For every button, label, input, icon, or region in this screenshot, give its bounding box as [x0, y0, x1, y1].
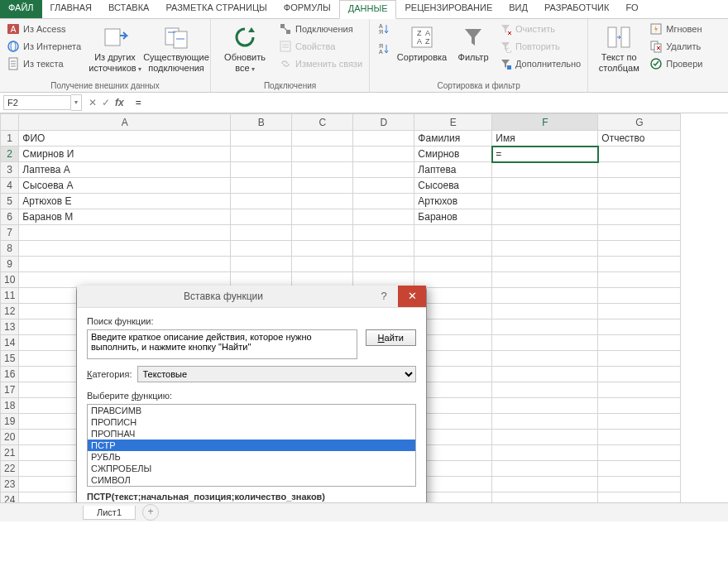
cell-F10[interactable] [492, 272, 598, 288]
cell-E1[interactable]: Фамилия [414, 131, 492, 147]
cell-G17[interactable] [598, 382, 681, 398]
from-web-button[interactable]: Из Интернета [5, 38, 83, 55]
cell-F6[interactable] [492, 209, 598, 225]
cell-F20[interactable] [492, 430, 598, 445]
cell-A5[interactable]: Артюхов E [19, 194, 231, 209]
cell-C2[interactable] [292, 147, 353, 162]
cell-B2[interactable] [231, 147, 292, 162]
data-validation-button[interactable]: Провери [648, 55, 704, 72]
cell-C4[interactable] [292, 178, 353, 194]
find-button[interactable]: Найти [366, 329, 416, 346]
col-header-A[interactable]: A [19, 114, 231, 131]
cell-F18[interactable] [492, 398, 598, 414]
cell-E4[interactable]: Сысоева [414, 178, 492, 194]
tab-overflow[interactable]: Fo [617, 0, 646, 18]
cell-G4[interactable] [598, 178, 681, 194]
cell-G10[interactable] [598, 272, 681, 288]
cell-A8[interactable] [19, 241, 231, 257]
cell-B4[interactable] [231, 178, 292, 194]
row-header-1[interactable]: 1 [1, 131, 19, 147]
help-button[interactable]: ? [370, 286, 398, 307]
row-header-21[interactable]: 21 [1, 445, 19, 461]
cell-F15[interactable] [492, 351, 598, 367]
function-list[interactable]: ПРАВСИМВПРОПИСНПРОПНАЧПСТРРУБЛЬСЖПРОБЕЛЫ… [87, 404, 416, 487]
cell-G9[interactable] [598, 257, 681, 272]
filter-button[interactable]: Фильтр [453, 21, 494, 63]
row-header-7[interactable]: 7 [1, 225, 19, 241]
category-select[interactable]: Текстовые [137, 366, 417, 382]
properties-button[interactable]: Свойства [277, 38, 364, 55]
cell-F24[interactable] [492, 492, 598, 503]
cell-F21[interactable] [492, 445, 598, 461]
cell-D4[interactable] [353, 178, 414, 194]
row-header-24[interactable]: 24 [1, 492, 19, 503]
cell-F17[interactable] [492, 382, 598, 398]
cell-F19[interactable] [492, 414, 598, 430]
tab-developer[interactable]: РАЗРАБОТЧИК [536, 0, 617, 18]
cell-C7[interactable] [292, 225, 353, 241]
cell-F7[interactable] [492, 225, 598, 241]
cell-G21[interactable] [598, 445, 681, 461]
cancel-formula-button[interactable]: ✕ [89, 97, 97, 108]
row-header-19[interactable]: 19 [1, 414, 19, 430]
cell-F5[interactable] [492, 194, 598, 209]
col-header-G[interactable]: G [598, 114, 681, 131]
function-item[interactable]: СЖПРОБЕЛЫ [88, 463, 415, 474]
cell-F13[interactable] [492, 319, 598, 335]
cell-G24[interactable] [598, 492, 681, 503]
from-other-sources-button[interactable]: Из других источников▾ [86, 21, 144, 73]
cell-G15[interactable] [598, 351, 681, 367]
col-header-D[interactable]: D [353, 114, 414, 131]
cell-G1[interactable]: Отчество [598, 131, 681, 147]
remove-duplicates-button[interactable]: Удалить [648, 38, 704, 55]
cell-C9[interactable] [292, 257, 353, 272]
cell-D1[interactable] [353, 131, 414, 147]
cell-E6[interactable]: Баранов [414, 209, 492, 225]
row-header-9[interactable]: 9 [1, 257, 19, 272]
cell-C5[interactable] [292, 194, 353, 209]
tab-file[interactable]: ФАЙЛ [0, 0, 42, 18]
cell-E7[interactable] [414, 225, 492, 241]
insert-function-button[interactable]: fx [115, 97, 124, 108]
connections-button[interactable]: Подключения [277, 21, 364, 37]
row-header-12[interactable]: 12 [1, 304, 19, 319]
cell-G8[interactable] [598, 241, 681, 257]
col-header-F[interactable]: F [492, 114, 598, 131]
advanced-filter-button[interactable]: Дополнительно [497, 55, 582, 72]
cell-E8[interactable] [414, 241, 492, 257]
sort-desc-button[interactable]: ЯА [375, 41, 391, 57]
tab-review[interactable]: РЕЦЕНЗИРОВАНИЕ [396, 0, 500, 18]
cell-F16[interactable] [492, 367, 598, 382]
tab-insert[interactable]: ВСТАВКА [100, 0, 157, 18]
row-header-16[interactable]: 16 [1, 367, 19, 382]
cell-F4[interactable] [492, 178, 598, 194]
cell-B1[interactable] [231, 131, 292, 147]
row-header-5[interactable]: 5 [1, 194, 19, 209]
cell-F2[interactable]: = [492, 147, 598, 162]
cell-E9[interactable] [414, 257, 492, 272]
cell-B3[interactable] [231, 162, 292, 178]
cell-C8[interactable] [292, 241, 353, 257]
text-to-columns-button[interactable]: Текст по столбцам [593, 21, 644, 73]
col-header-C[interactable]: C [292, 114, 353, 131]
tab-data[interactable]: ДАННЫЕ [339, 0, 397, 19]
cell-D3[interactable] [353, 162, 414, 178]
tab-formulas[interactable]: ФОРМУЛЫ [275, 0, 339, 18]
cell-G3[interactable] [598, 162, 681, 178]
cell-A3[interactable]: Лаптева A [19, 162, 231, 178]
cell-F14[interactable] [492, 335, 598, 351]
cell-G11[interactable] [598, 288, 681, 304]
row-header-23[interactable]: 23 [1, 477, 19, 492]
function-item[interactable]: ПРОПИСН [88, 416, 415, 428]
close-button[interactable]: ✕ [398, 286, 426, 307]
cell-A7[interactable] [19, 225, 231, 241]
cell-C6[interactable] [292, 209, 353, 225]
cell-A2[interactable]: Смирнов И [19, 147, 231, 162]
cell-F1[interactable]: Имя [492, 131, 598, 147]
cell-G19[interactable] [598, 414, 681, 430]
cell-E3[interactable]: Лаптева [414, 162, 492, 178]
tab-view[interactable]: ВИД [500, 0, 536, 18]
function-item[interactable]: СИМВОЛ [88, 474, 415, 486]
from-access-button[interactable]: AИз Access [5, 21, 83, 37]
cell-F8[interactable] [492, 241, 598, 257]
